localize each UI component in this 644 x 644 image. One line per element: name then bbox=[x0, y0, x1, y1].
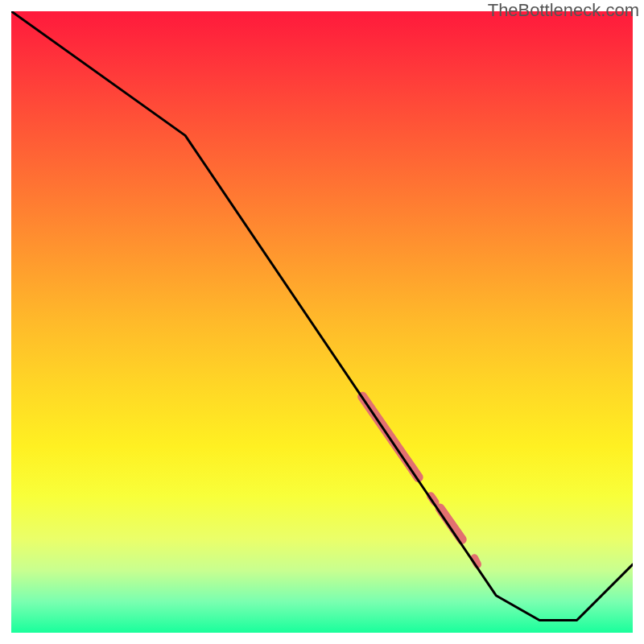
highlight-lower-thick bbox=[440, 509, 462, 540]
chart-svg bbox=[11, 11, 633, 633]
plot-area bbox=[11, 11, 633, 633]
bottleneck-curve bbox=[11, 11, 633, 621]
chart-container: TheBottleneck.com bbox=[0, 0, 644, 644]
watermark-text: TheBottleneck.com bbox=[488, 0, 639, 21]
main-line bbox=[11, 11, 633, 621]
